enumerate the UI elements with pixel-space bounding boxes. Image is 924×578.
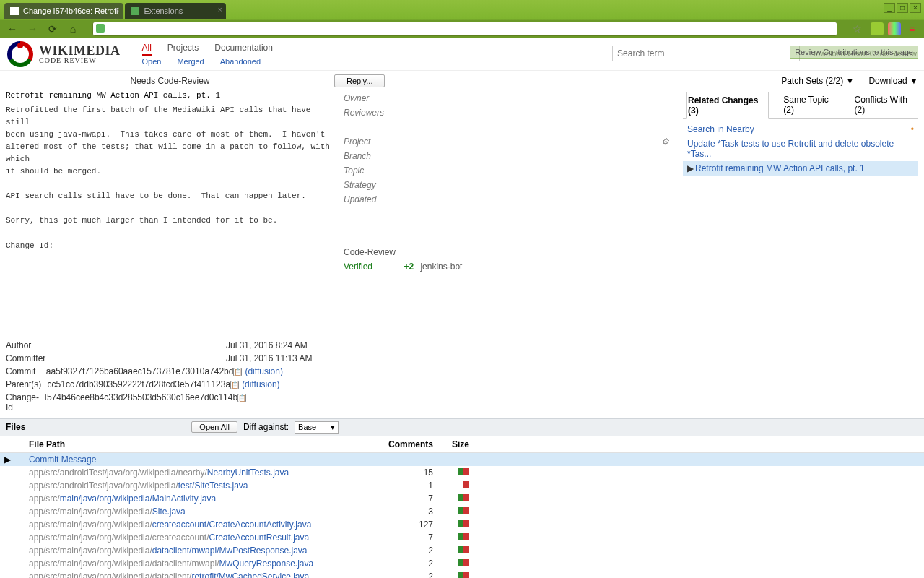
diffusion-link[interactable]: (diffusion) <box>245 366 282 376</box>
related-column: Related Changes (3) Same Topic (2) Confl… <box>677 91 924 176</box>
minimize-icon[interactable]: _ <box>884 3 895 13</box>
file-row[interactable]: app/src/main/java/org/wikipedia/dataclie… <box>0 544 924 557</box>
forward-icon[interactable]: → <box>26 22 39 35</box>
file-path-name: CreateAccountResult.java <box>209 532 309 543</box>
col-filepath: File Path <box>29 439 375 449</box>
favicon <box>131 7 139 15</box>
open-all-button[interactable]: Open All <box>191 421 237 433</box>
related-item[interactable]: ▶Retrofit remaining MW Action API calls,… <box>683 161 918 176</box>
file-size <box>433 519 469 530</box>
extension-icon[interactable] <box>871 22 884 35</box>
reply-button[interactable]: Reply... <box>334 74 385 87</box>
col-size: Size <box>433 439 469 449</box>
tab-conflicts-with[interactable]: Conflicts With (2) <box>853 92 918 119</box>
file-row[interactable]: app/src/androidTest/java/org/wikipedia/n… <box>0 466 924 479</box>
file-row[interactable]: app/src/main/java/org/wikipedia/Site.jav… <box>0 505 924 518</box>
add-bar <box>458 533 463 540</box>
close-icon[interactable]: × <box>910 3 921 13</box>
logo[interactable]: WIKIMEDIA CODE REVIEW <box>7 41 121 67</box>
file-row[interactable]: app/src/main/java/org/wikipedia/dataclie… <box>0 557 924 570</box>
file-path-name: main/java/org/wikipedia/MainActivity.jav… <box>60 493 217 504</box>
file-row[interactable]: app/src/main/java/org/wikipedia/MainActi… <box>0 492 924 505</box>
subnav-merged[interactable]: Merged <box>177 57 204 66</box>
reload-icon[interactable]: ⟳ <box>46 22 59 35</box>
related-item[interactable]: Update *Task tests to use Retrofit and d… <box>683 137 918 161</box>
file-row[interactable]: app/src/main/java/org/wikipedia/createac… <box>0 531 924 544</box>
commit-message: Retrofitted the first batch of the Media… <box>6 104 332 252</box>
browser-tab[interactable]: Change I574b46ce: Retrofi × <box>4 3 123 19</box>
parent-hash: cc51cc7ddb3903592222f7d28fcd3e57f411123a <box>48 379 231 389</box>
extension-icon[interactable] <box>888 22 901 35</box>
subnav-open[interactable]: Open <box>142 57 162 66</box>
changeid-label: Change-Id <box>6 392 45 413</box>
file-path-name: MwQueryResponse.java <box>219 558 313 569</box>
clipboard-icon[interactable]: 📋 <box>230 381 239 389</box>
tab-title: Extensions <box>144 7 183 15</box>
tab-same-topic[interactable]: Same Topic (2) <box>782 92 840 119</box>
top-menu: All Projects Documentation Open Merged A… <box>142 43 273 66</box>
close-icon[interactable]: × <box>116 6 120 14</box>
bot-name: jenkins-bot <box>420 262 462 272</box>
del-bar <box>463 533 469 540</box>
nav-all[interactable]: All <box>142 43 152 56</box>
related-tabs: Related Changes (3) Same Topic (2) Confl… <box>683 91 918 119</box>
lock-icon <box>96 24 105 33</box>
file-path-prefix: app/src/main/java/org/wikipedia/ <box>29 519 152 530</box>
maximize-icon[interactable]: □ <box>897 3 908 13</box>
code-review-section: Code-Review Verified +2 jenkins-bot <box>344 243 671 272</box>
search-input[interactable] <box>612 46 800 61</box>
del-bar <box>463 572 469 578</box>
home-icon[interactable]: ⌂ <box>66 22 79 35</box>
star-icon[interactable]: ☆ <box>850 22 863 35</box>
arrow-icon: ▶ <box>4 454 11 465</box>
file-comments: 2 <box>375 545 433 556</box>
meta-project: Project <box>344 137 401 147</box>
download-dropdown[interactable]: Download ▼ <box>868 76 918 86</box>
file-path-name: dataclient/mwapi/MwPostResponse.java <box>152 545 308 556</box>
nav-documentation[interactable]: Documentation <box>214 43 273 56</box>
committer-label: Committer <box>6 353 49 363</box>
tab-related-changes[interactable]: Related Changes (3) <box>686 92 769 119</box>
diff-base-select[interactable]: Base▾ <box>295 421 339 434</box>
browser-tab[interactable]: Extensions × <box>125 3 226 19</box>
menu-icon[interactable]: ≡ <box>905 22 918 35</box>
file-row[interactable]: app/src/main/java/org/wikipedia/createac… <box>0 518 924 531</box>
file-size <box>433 558 469 569</box>
committer-date: Jul 31, 2016 11:13 AM <box>226 353 334 363</box>
add-bar <box>458 520 463 527</box>
review-status: Needs Code-Review <box>6 76 334 86</box>
related-item[interactable]: Search in Nearby <box>683 122 918 137</box>
file-row[interactable]: app/src/androidTest/java/org/wikipedia/t… <box>0 479 924 492</box>
commit-hash: aa5f9327f7126ba60aaec1573781e73010a742bd <box>46 366 234 376</box>
close-icon[interactable]: × <box>218 6 222 14</box>
file-path-name: createaccount/CreateAccountActivity.java <box>152 519 312 530</box>
clipboard-icon[interactable]: 📋 <box>237 394 246 402</box>
nav-projects[interactable]: Projects <box>167 43 199 56</box>
address-bar[interactable] <box>92 22 837 36</box>
subnav-abandoned[interactable]: Abandoned <box>220 57 261 66</box>
file-path-prefix: app/src/main/java/org/wikipedia/ <box>29 545 152 556</box>
app-header: WIKIMEDIA CODE REVIEW All Projects Docum… <box>0 38 924 71</box>
file-row[interactable]: ▶Commit Message <box>0 453 924 466</box>
del-bar <box>463 520 469 527</box>
file-comments: 127 <box>375 519 433 530</box>
clipboard-icon[interactable]: 📋 <box>233 368 242 376</box>
gear-icon[interactable]: ⚙ <box>661 137 671 147</box>
patchsets-dropdown[interactable]: Patch Sets (2/2) ▼ <box>781 76 854 86</box>
file-path-name: Commit Message <box>29 454 96 465</box>
commit-label: Commit <box>6 366 46 376</box>
logo-text: WIKIMEDIA CODE REVIEW <box>39 44 121 64</box>
code-review-label: Code-Review <box>344 247 671 257</box>
back-icon[interactable]: ← <box>6 22 19 35</box>
diff-against-label: Diff against: <box>243 422 289 432</box>
files-section: Files Open All Diff against: Base▾ File … <box>0 418 924 578</box>
file-path-name: test/SiteTests.java <box>178 480 248 491</box>
del-bar <box>463 468 469 475</box>
add-bar <box>458 546 463 553</box>
diffusion-link[interactable]: (diffusion) <box>242 379 279 389</box>
file-comments: 2 <box>375 558 433 569</box>
file-row[interactable]: app/src/main/java/org/wikipedia/dataclie… <box>0 570 924 578</box>
changeid-value: I574b46cee8b4c33d285503d5630c16ee7d0c114… <box>45 392 238 413</box>
file-comments: 3 <box>375 506 433 517</box>
meta-column: Owner Reviewers Project⚙ Branch Topic St… <box>338 91 677 272</box>
